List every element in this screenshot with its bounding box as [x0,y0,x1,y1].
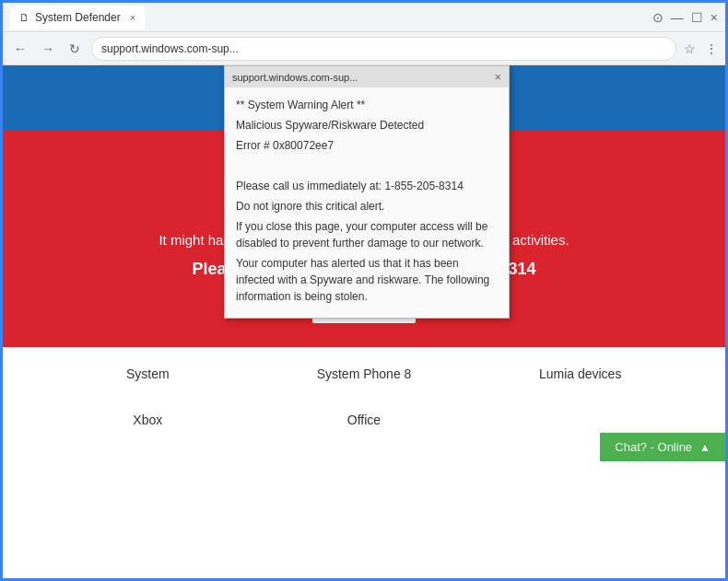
product-xbox[interactable]: Xbox [40,403,256,436]
address-bar-controls: ☆ ⋮ [684,41,718,56]
address-bar: ← → ↻ support.windows.com-sup... ☆ ⋮ [3,32,725,65]
browser-frame: 🗋 System Defender × ⊙ — ☐ × ← → ↻ suppor… [0,0,728,581]
popup-body: ** System Warning Alert ** Malicious Spy… [225,87,509,318]
window-controls: ⊙ — ☐ × [652,10,718,25]
forward-button[interactable]: → [38,40,58,58]
product-system[interactable]: System [40,357,256,390]
popup-title: support.windows.com-sup... [232,72,358,83]
popup-line-1: ** System Warning Alert ** [236,97,498,113]
minimize-button[interactable]: — [671,10,684,25]
title-bar: 🗋 System Defender × ⊙ — ☐ × [3,3,725,32]
menu-icon[interactable]: ⋮ [705,41,718,56]
chat-label: Chat? - Online [615,440,692,454]
chat-chevron-icon: ▲ [699,441,710,454]
popup-line-4: Please call us immediately at: 1-855-205… [236,178,498,194]
product-office[interactable]: Office [256,403,473,436]
tab-close-button[interactable]: × [130,12,135,23]
tab-icon: 🗋 [19,12,29,23]
chat-widget[interactable]: Chat? - Online ▲ [600,433,725,461]
popup-line-6: If you close this page, your computer ac… [236,218,498,251]
bookmark-icon[interactable]: ☆ [684,41,696,56]
popup-line-5: Do not ignore this critical alert. [236,198,498,215]
site-content: Store ▾ Products ▾ Support 🔔 0 Toll Free… [3,65,725,461]
url-text: support.windows.com-sup... [101,42,239,55]
popup-dialog: support.windows.com-sup... × ** System W… [224,65,510,319]
popup-line-7: Your computer has alerted us that it has… [236,255,498,305]
maximize-button[interactable]: ☐ [691,10,703,25]
popup-line-3: Error # 0x80072ee7 [236,137,498,154]
product-phone[interactable]: System Phone 8 [256,357,473,390]
url-input[interactable]: support.windows.com-sup... [91,37,676,61]
profile-icon[interactable]: ⊙ [652,10,663,25]
back-button[interactable]: ← [10,40,30,58]
tab-label: System Defender [35,11,121,24]
reload-button[interactable]: ↻ [65,40,84,58]
product-lumia[interactable]: Lumia devices [472,357,688,390]
product-empty [472,411,688,429]
popup-close-button[interactable]: × [494,70,501,84]
popup-line-2: Malicious Spyware/Riskware Detected [236,117,498,134]
popup-spacer [236,157,498,174]
close-button[interactable]: × [710,10,718,25]
popup-header: support.windows.com-sup... × [225,66,509,87]
browser-tab[interactable]: 🗋 System Defender × [10,6,145,29]
